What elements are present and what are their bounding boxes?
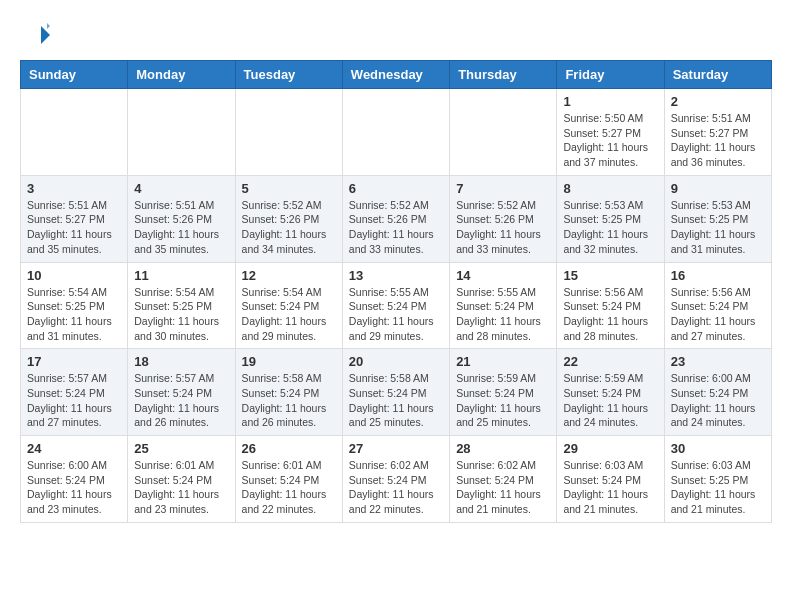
calendar-cell: 10Sunrise: 5:54 AM Sunset: 5:25 PM Dayli…	[21, 262, 128, 349]
calendar-cell: 25Sunrise: 6:01 AM Sunset: 5:24 PM Dayli…	[128, 436, 235, 523]
calendar-cell: 5Sunrise: 5:52 AM Sunset: 5:26 PM Daylig…	[235, 175, 342, 262]
calendar-cell: 13Sunrise: 5:55 AM Sunset: 5:24 PM Dayli…	[342, 262, 449, 349]
calendar-cell: 27Sunrise: 6:02 AM Sunset: 5:24 PM Dayli…	[342, 436, 449, 523]
calendar-week-row: 24Sunrise: 6:00 AM Sunset: 5:24 PM Dayli…	[21, 436, 772, 523]
logo	[20, 20, 54, 50]
calendar-cell: 23Sunrise: 6:00 AM Sunset: 5:24 PM Dayli…	[664, 349, 771, 436]
day-number: 20	[349, 354, 443, 369]
weekday-header-wednesday: Wednesday	[342, 61, 449, 89]
day-number: 18	[134, 354, 228, 369]
calendar-cell: 11Sunrise: 5:54 AM Sunset: 5:25 PM Dayli…	[128, 262, 235, 349]
day-number: 14	[456, 268, 550, 283]
day-number: 10	[27, 268, 121, 283]
calendar-cell: 28Sunrise: 6:02 AM Sunset: 5:24 PM Dayli…	[450, 436, 557, 523]
calendar-table: SundayMondayTuesdayWednesdayThursdayFrid…	[20, 60, 772, 523]
day-number: 22	[563, 354, 657, 369]
calendar-cell: 17Sunrise: 5:57 AM Sunset: 5:24 PM Dayli…	[21, 349, 128, 436]
day-info: Sunrise: 5:58 AM Sunset: 5:24 PM Dayligh…	[242, 371, 336, 430]
calendar-cell: 4Sunrise: 5:51 AM Sunset: 5:26 PM Daylig…	[128, 175, 235, 262]
day-info: Sunrise: 5:59 AM Sunset: 5:24 PM Dayligh…	[456, 371, 550, 430]
weekday-header-sunday: Sunday	[21, 61, 128, 89]
day-number: 21	[456, 354, 550, 369]
day-number: 26	[242, 441, 336, 456]
day-number: 4	[134, 181, 228, 196]
day-info: Sunrise: 5:54 AM Sunset: 5:24 PM Dayligh…	[242, 285, 336, 344]
day-number: 29	[563, 441, 657, 456]
day-number: 25	[134, 441, 228, 456]
calendar-cell	[21, 89, 128, 176]
calendar-week-row: 3Sunrise: 5:51 AM Sunset: 5:27 PM Daylig…	[21, 175, 772, 262]
day-number: 23	[671, 354, 765, 369]
day-info: Sunrise: 5:56 AM Sunset: 5:24 PM Dayligh…	[563, 285, 657, 344]
calendar-cell: 8Sunrise: 5:53 AM Sunset: 5:25 PM Daylig…	[557, 175, 664, 262]
weekday-header-tuesday: Tuesday	[235, 61, 342, 89]
day-info: Sunrise: 5:51 AM Sunset: 5:27 PM Dayligh…	[27, 198, 121, 257]
calendar-cell: 1Sunrise: 5:50 AM Sunset: 5:27 PM Daylig…	[557, 89, 664, 176]
day-number: 19	[242, 354, 336, 369]
calendar-cell: 18Sunrise: 5:57 AM Sunset: 5:24 PM Dayli…	[128, 349, 235, 436]
calendar-cell: 16Sunrise: 5:56 AM Sunset: 5:24 PM Dayli…	[664, 262, 771, 349]
day-info: Sunrise: 6:03 AM Sunset: 5:24 PM Dayligh…	[563, 458, 657, 517]
day-info: Sunrise: 5:56 AM Sunset: 5:24 PM Dayligh…	[671, 285, 765, 344]
weekday-header-saturday: Saturday	[664, 61, 771, 89]
calendar-cell: 14Sunrise: 5:55 AM Sunset: 5:24 PM Dayli…	[450, 262, 557, 349]
day-info: Sunrise: 5:55 AM Sunset: 5:24 PM Dayligh…	[456, 285, 550, 344]
day-number: 9	[671, 181, 765, 196]
page-header	[20, 20, 772, 50]
calendar-header-row: SundayMondayTuesdayWednesdayThursdayFrid…	[21, 61, 772, 89]
calendar-cell	[342, 89, 449, 176]
weekday-header-thursday: Thursday	[450, 61, 557, 89]
day-number: 30	[671, 441, 765, 456]
weekday-header-friday: Friday	[557, 61, 664, 89]
day-number: 6	[349, 181, 443, 196]
calendar-cell: 19Sunrise: 5:58 AM Sunset: 5:24 PM Dayli…	[235, 349, 342, 436]
day-info: Sunrise: 5:52 AM Sunset: 5:26 PM Dayligh…	[242, 198, 336, 257]
day-info: Sunrise: 5:53 AM Sunset: 5:25 PM Dayligh…	[671, 198, 765, 257]
day-info: Sunrise: 6:00 AM Sunset: 5:24 PM Dayligh…	[671, 371, 765, 430]
calendar-cell	[450, 89, 557, 176]
calendar-cell: 29Sunrise: 6:03 AM Sunset: 5:24 PM Dayli…	[557, 436, 664, 523]
calendar-cell: 7Sunrise: 5:52 AM Sunset: 5:26 PM Daylig…	[450, 175, 557, 262]
calendar-cell: 20Sunrise: 5:58 AM Sunset: 5:24 PM Dayli…	[342, 349, 449, 436]
calendar-cell: 15Sunrise: 5:56 AM Sunset: 5:24 PM Dayli…	[557, 262, 664, 349]
calendar-cell: 30Sunrise: 6:03 AM Sunset: 5:25 PM Dayli…	[664, 436, 771, 523]
day-info: Sunrise: 6:01 AM Sunset: 5:24 PM Dayligh…	[242, 458, 336, 517]
day-info: Sunrise: 5:57 AM Sunset: 5:24 PM Dayligh…	[134, 371, 228, 430]
calendar-week-row: 10Sunrise: 5:54 AM Sunset: 5:25 PM Dayli…	[21, 262, 772, 349]
day-info: Sunrise: 5:59 AM Sunset: 5:24 PM Dayligh…	[563, 371, 657, 430]
day-number: 12	[242, 268, 336, 283]
calendar-cell: 6Sunrise: 5:52 AM Sunset: 5:26 PM Daylig…	[342, 175, 449, 262]
calendar-cell: 2Sunrise: 5:51 AM Sunset: 5:27 PM Daylig…	[664, 89, 771, 176]
calendar-cell: 22Sunrise: 5:59 AM Sunset: 5:24 PM Dayli…	[557, 349, 664, 436]
day-number: 5	[242, 181, 336, 196]
day-info: Sunrise: 6:02 AM Sunset: 5:24 PM Dayligh…	[349, 458, 443, 517]
day-info: Sunrise: 6:02 AM Sunset: 5:24 PM Dayligh…	[456, 458, 550, 517]
day-number: 16	[671, 268, 765, 283]
day-number: 1	[563, 94, 657, 109]
day-number: 27	[349, 441, 443, 456]
day-info: Sunrise: 5:51 AM Sunset: 5:26 PM Dayligh…	[134, 198, 228, 257]
day-info: Sunrise: 6:01 AM Sunset: 5:24 PM Dayligh…	[134, 458, 228, 517]
calendar-cell	[235, 89, 342, 176]
day-info: Sunrise: 5:53 AM Sunset: 5:25 PM Dayligh…	[563, 198, 657, 257]
day-info: Sunrise: 5:52 AM Sunset: 5:26 PM Dayligh…	[349, 198, 443, 257]
day-info: Sunrise: 5:57 AM Sunset: 5:24 PM Dayligh…	[27, 371, 121, 430]
day-number: 8	[563, 181, 657, 196]
day-number: 3	[27, 181, 121, 196]
day-number: 2	[671, 94, 765, 109]
calendar-cell: 24Sunrise: 6:00 AM Sunset: 5:24 PM Dayli…	[21, 436, 128, 523]
day-number: 13	[349, 268, 443, 283]
day-number: 7	[456, 181, 550, 196]
calendar-cell: 21Sunrise: 5:59 AM Sunset: 5:24 PM Dayli…	[450, 349, 557, 436]
calendar-cell	[128, 89, 235, 176]
day-info: Sunrise: 5:58 AM Sunset: 5:24 PM Dayligh…	[349, 371, 443, 430]
day-number: 15	[563, 268, 657, 283]
day-info: Sunrise: 5:55 AM Sunset: 5:24 PM Dayligh…	[349, 285, 443, 344]
logo-icon	[20, 20, 50, 50]
calendar-cell: 12Sunrise: 5:54 AM Sunset: 5:24 PM Dayli…	[235, 262, 342, 349]
day-info: Sunrise: 6:03 AM Sunset: 5:25 PM Dayligh…	[671, 458, 765, 517]
day-number: 28	[456, 441, 550, 456]
day-info: Sunrise: 5:50 AM Sunset: 5:27 PM Dayligh…	[563, 111, 657, 170]
day-info: Sunrise: 5:51 AM Sunset: 5:27 PM Dayligh…	[671, 111, 765, 170]
day-info: Sunrise: 5:54 AM Sunset: 5:25 PM Dayligh…	[134, 285, 228, 344]
